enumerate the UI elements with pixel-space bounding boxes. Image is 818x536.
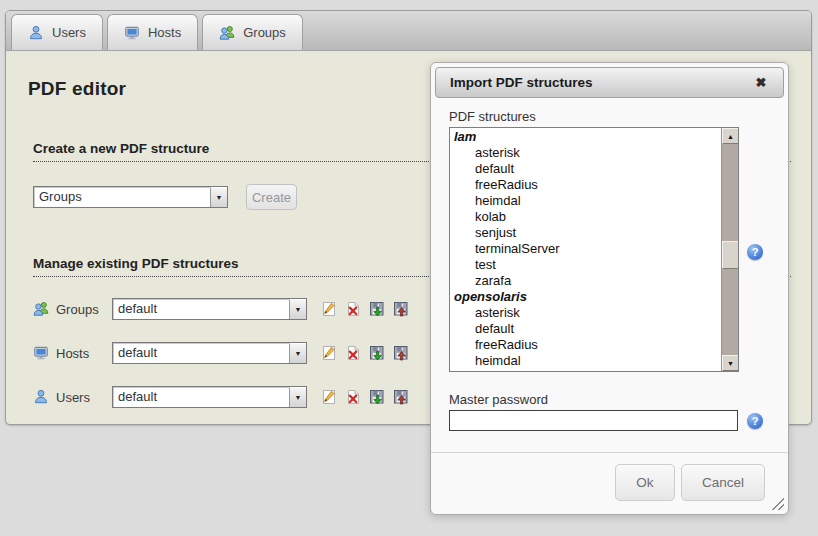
row-type-label: Users — [56, 390, 112, 405]
export-icon[interactable] — [369, 389, 385, 405]
structure-item[interactable]: default — [450, 161, 721, 177]
structure-item[interactable]: heimdal — [450, 193, 721, 209]
structure-item[interactable]: kolab — [450, 369, 721, 372]
structure-item[interactable]: default — [450, 321, 721, 337]
tab-bar: Users Hosts Groups — [6, 11, 811, 51]
structure-group-header: lam — [450, 129, 721, 145]
host-icon — [124, 25, 140, 41]
groups-structure-select[interactable]: default ▼ — [112, 298, 307, 320]
pdf-structures-list[interactable]: lamasteriskdefaultfreeRadiusheimdalkolab… — [449, 127, 739, 372]
close-icon[interactable]: ✖ — [751, 73, 771, 93]
delete-icon[interactable] — [345, 345, 361, 361]
dialog-button-pane: Ok Cancel — [431, 452, 788, 514]
users-structure-select[interactable]: default ▼ — [112, 386, 307, 408]
export-icon[interactable] — [369, 345, 385, 361]
ok-button[interactable]: Ok — [615, 464, 675, 501]
row-actions — [321, 345, 409, 361]
delete-icon[interactable] — [345, 301, 361, 317]
pdf-structures-label: PDF structures — [449, 109, 536, 124]
row-actions — [321, 301, 409, 317]
structure-item[interactable]: kolab — [450, 209, 721, 225]
edit-icon[interactable] — [321, 389, 337, 405]
structure-group-header: opensolaris — [450, 289, 721, 305]
structure-item[interactable]: heimdal — [450, 353, 721, 369]
tab-hosts-label: Hosts — [148, 25, 181, 40]
dialog-titlebar[interactable]: Import PDF structures ✖ — [435, 67, 784, 98]
tab-groups[interactable]: Groups — [202, 14, 303, 50]
row-actions — [321, 389, 409, 405]
delete-icon[interactable] — [345, 389, 361, 405]
groups-icon — [33, 301, 49, 317]
structure-item[interactable]: asterisk — [450, 305, 721, 321]
import-icon[interactable] — [393, 389, 409, 405]
structure-item[interactable]: test — [450, 257, 721, 273]
help-icon[interactable]: ? — [747, 413, 763, 429]
users-structure-select-value: default — [113, 387, 289, 407]
tab-groups-label: Groups — [243, 25, 286, 40]
tab-users-label: Users — [52, 25, 86, 40]
structure-item[interactable]: freeRadius — [450, 177, 721, 193]
structure-item[interactable]: zarafa — [450, 273, 721, 289]
export-icon[interactable] — [369, 301, 385, 317]
user-icon — [28, 25, 44, 41]
structure-item[interactable]: senjust — [450, 225, 721, 241]
groups-icon — [219, 25, 235, 41]
structure-type-select-value: Groups — [34, 187, 210, 207]
user-icon — [33, 389, 49, 405]
cancel-button[interactable]: Cancel — [681, 464, 765, 501]
dialog-title: Import PDF structures — [450, 75, 751, 90]
pdf-structures-list-items: lamasteriskdefaultfreeRadiusheimdalkolab… — [450, 129, 721, 372]
list-scrollbar[interactable]: ▲ ▼ — [721, 128, 738, 371]
import-icon[interactable] — [393, 301, 409, 317]
create-button[interactable]: Create — [246, 184, 297, 210]
scroll-up-icon[interactable]: ▲ — [722, 128, 739, 144]
import-icon[interactable] — [393, 345, 409, 361]
structure-item[interactable]: terminalServer — [450, 241, 721, 257]
edit-icon[interactable] — [321, 345, 337, 361]
structure-item[interactable]: freeRadius — [450, 337, 721, 353]
tab-users[interactable]: Users — [11, 14, 103, 50]
chevron-down-icon: ▼ — [289, 343, 306, 363]
row-type-label: Hosts — [56, 346, 112, 361]
master-password-label: Master password — [449, 392, 548, 407]
hosts-structure-select[interactable]: default ▼ — [112, 342, 307, 364]
tab-hosts[interactable]: Hosts — [107, 14, 198, 50]
master-password-field[interactable] — [449, 410, 738, 431]
structure-type-select[interactable]: Groups ▼ — [33, 186, 228, 208]
host-icon — [33, 345, 49, 361]
chevron-down-icon: ▼ — [289, 299, 306, 319]
row-type-label: Groups — [56, 302, 112, 317]
structure-item[interactable]: asterisk — [450, 145, 721, 161]
import-pdf-dialog: Import PDF structures ✖ PDF structures l… — [430, 62, 789, 515]
chevron-down-icon: ▼ — [210, 187, 227, 207]
groups-structure-select-value: default — [113, 299, 289, 319]
scroll-down-icon[interactable]: ▼ — [722, 355, 739, 371]
hosts-structure-select-value: default — [113, 343, 289, 363]
scrollbar-thumb[interactable] — [722, 241, 739, 269]
edit-icon[interactable] — [321, 301, 337, 317]
chevron-down-icon: ▼ — [289, 387, 306, 407]
help-icon[interactable]: ? — [747, 244, 763, 260]
